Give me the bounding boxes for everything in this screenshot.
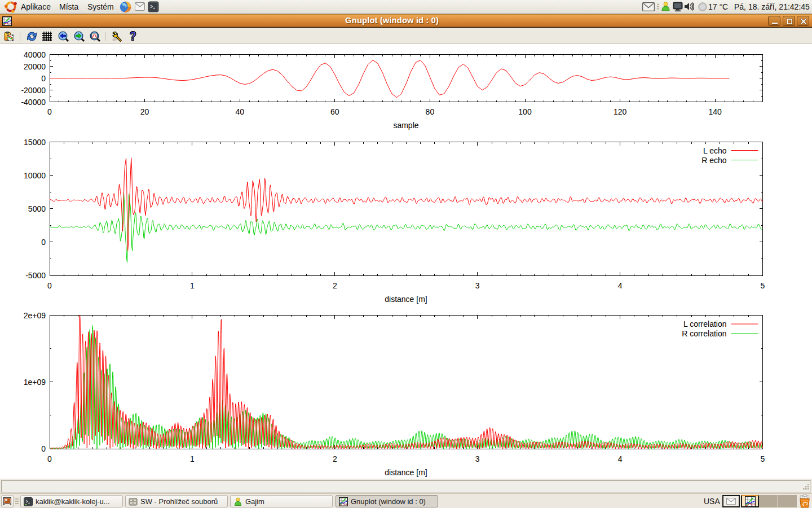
svg-text:0: 0 <box>47 107 52 116</box>
svg-text:1e+09: 1e+09 <box>24 378 46 387</box>
svg-text:5: 5 <box>761 454 765 463</box>
svg-text:5000: 5000 <box>28 204 46 213</box>
svg-text:3: 3 <box>475 454 480 463</box>
svg-text:60: 60 <box>330 107 339 116</box>
svg-text:0: 0 <box>47 281 52 290</box>
svg-text:distance [m]: distance [m] <box>385 295 427 304</box>
svg-text:40: 40 <box>235 107 244 116</box>
svg-text:40000: 40000 <box>24 50 46 59</box>
svg-text:2e+09: 2e+09 <box>24 311 46 320</box>
svg-text:5: 5 <box>761 281 765 290</box>
svg-text:L correlation: L correlation <box>683 319 727 329</box>
svg-text:distance [m]: distance [m] <box>385 468 427 477</box>
svg-text:140: 140 <box>709 107 722 116</box>
svg-text:2: 2 <box>333 281 337 290</box>
svg-text:10000: 10000 <box>24 171 46 180</box>
svg-text:1: 1 <box>190 454 195 463</box>
svg-text:-40000: -40000 <box>21 98 46 107</box>
svg-text:0: 0 <box>41 238 46 247</box>
svg-text:20: 20 <box>140 107 149 116</box>
svg-text:sample: sample <box>393 121 418 130</box>
svg-text:20000: 20000 <box>24 62 46 71</box>
svg-text:3: 3 <box>475 281 480 290</box>
svg-text:0: 0 <box>41 74 46 83</box>
svg-text:2: 2 <box>333 454 337 463</box>
svg-text:L echo: L echo <box>703 146 727 155</box>
svg-text:0: 0 <box>41 444 46 453</box>
svg-text:R echo: R echo <box>701 156 727 165</box>
svg-text:4: 4 <box>618 454 623 463</box>
svg-text:120: 120 <box>614 107 627 116</box>
svg-text:-5000: -5000 <box>25 271 46 280</box>
svg-text:15000: 15000 <box>24 138 46 147</box>
svg-text:100: 100 <box>518 107 532 116</box>
svg-text:80: 80 <box>426 107 435 116</box>
svg-text:R correlation: R correlation <box>682 329 726 338</box>
svg-text:-20000: -20000 <box>21 86 46 95</box>
svg-text:0: 0 <box>47 454 52 463</box>
svg-text:1: 1 <box>190 281 195 290</box>
svg-text:4: 4 <box>618 281 623 290</box>
